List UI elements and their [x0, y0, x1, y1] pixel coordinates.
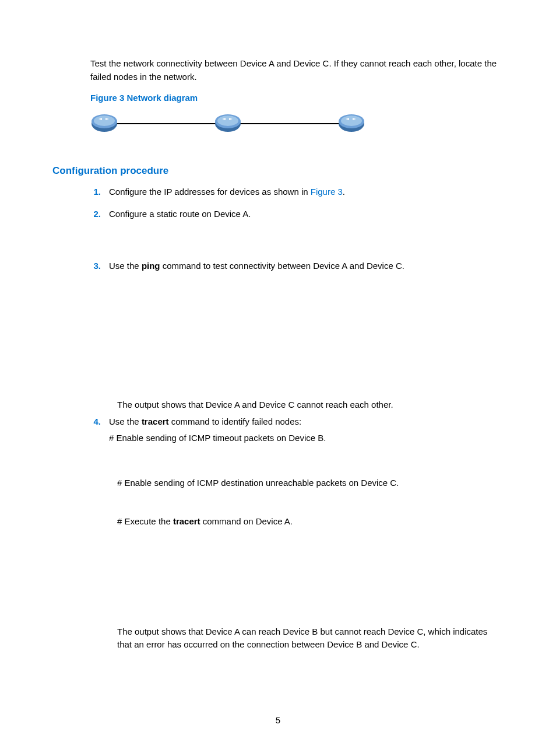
- step-4-sub2: # Enable sending of ICMP destination unr…: [117, 477, 504, 490]
- step-number: 4.: [90, 415, 109, 449]
- figure-caption: Figure 3 Network diagram: [90, 92, 504, 105]
- step-number: 3.: [90, 260, 109, 276]
- step-2: 2. Configure a static route on Device A.: [52, 208, 504, 225]
- step-sub: # Enable sending of ICMP timeout packets…: [109, 432, 504, 445]
- section-heading: Configuration procedure: [52, 163, 504, 178]
- step-1: 1. Configure the IP addresses for device…: [52, 186, 504, 202]
- step-4-output: The output shows that Device A can reach…: [117, 625, 504, 652]
- router-c-icon: [339, 114, 364, 132]
- step-4-sub3: # Execute the tracert command on Device …: [117, 515, 504, 528]
- router-a-icon: [92, 114, 117, 132]
- svg-point-10: [341, 116, 362, 126]
- step-text: Use the ping command to test connectivit…: [109, 260, 504, 273]
- step-3-output: The output shows that Device A and Devic…: [117, 398, 504, 412]
- router-b-icon: [215, 114, 241, 132]
- step-text: Use the tracert command to identify fail…: [109, 415, 504, 429]
- step-4: 4. Use the tracert command to identify f…: [52, 415, 504, 449]
- figure-link[interactable]: Figure 3: [311, 187, 343, 197]
- page-number: 5: [0, 714, 556, 727]
- svg-point-7: [217, 116, 238, 126]
- step-number: 1.: [90, 186, 109, 202]
- svg-point-4: [94, 116, 115, 126]
- intro-text: Test the network connectivity between De…: [90, 57, 504, 83]
- step-number: 2.: [90, 208, 109, 225]
- network-diagram: [90, 111, 504, 141]
- step-3: 3. Use the ping command to test connecti…: [52, 260, 504, 276]
- step-text: Configure a static route on Device A.: [109, 208, 504, 221]
- step-text: Configure the IP addresses for devices a…: [109, 186, 504, 199]
